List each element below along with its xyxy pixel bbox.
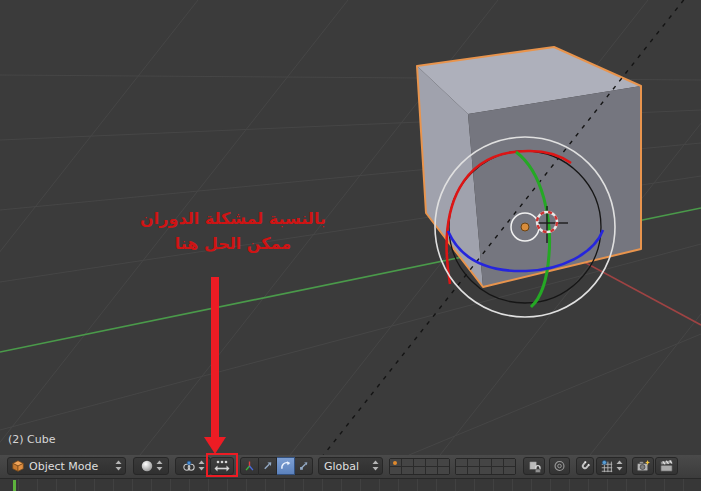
rotate-widget-icon [280, 459, 291, 473]
layers-grid-right [455, 458, 516, 475]
viewport-info-text: (2) Cube [8, 433, 55, 446]
viewport-header: Object Mode [0, 455, 701, 479]
mode-dropdown[interactable]: Object Mode [7, 457, 126, 475]
layer-toggle[interactable] [492, 467, 503, 474]
blender-window: (2) Cube بالنسبة لمشكلة الدوران ممكن الح… [0, 0, 701, 491]
layer-toggle[interactable] [480, 467, 491, 474]
opengl-render-button[interactable] [632, 457, 654, 475]
orientation-dropdown[interactable]: Global [318, 457, 383, 475]
annotation-text: بالنسبة لمشكلة الدوران ممكن الحل هنا [128, 206, 338, 256]
manipulator-widget-group [240, 457, 313, 475]
updown-arrows-icon [616, 460, 623, 472]
updown-arrows-icon [198, 460, 205, 472]
layer-toggle[interactable] [438, 459, 449, 466]
layer-toggle[interactable] [480, 459, 491, 466]
scale-widget-icon [298, 459, 309, 473]
rotate-manipulator-button[interactable] [277, 457, 295, 475]
manipulator-toggle-button[interactable] [210, 457, 234, 475]
mode-dropdown-label: Object Mode [27, 460, 113, 473]
updown-arrows-icon [156, 460, 163, 472]
layer-toggle[interactable] [492, 459, 503, 466]
timeline-strip[interactable] [0, 478, 701, 491]
layer-toggle[interactable] [504, 467, 515, 474]
layer-toggle[interactable] [402, 467, 413, 474]
proportional-edit-button[interactable] [549, 457, 570, 475]
snap-element-dropdown[interactable] [596, 457, 627, 475]
axis-widget-icon [244, 459, 255, 473]
orientation-dropdown-label: Global [322, 460, 370, 473]
updown-arrows-icon [372, 460, 379, 472]
timeline-playhead[interactable] [13, 480, 16, 491]
layer-toggle[interactable] [426, 467, 437, 474]
magnet-snap-icon [580, 459, 590, 473]
layer-toggle[interactable] [402, 459, 413, 466]
lock-icon [527, 459, 541, 473]
opengl-render-anim-icon [659, 459, 674, 473]
viewport-shading-dropdown[interactable] [133, 457, 169, 475]
lock-scene-button[interactable] [523, 457, 545, 475]
layer-toggle[interactable] [414, 459, 425, 466]
3d-viewport[interactable]: (2) Cube بالنسبة لمشكلة الدوران ممكن الح… [0, 0, 701, 455]
opengl-render-camera-icon [636, 459, 650, 473]
layer-toggle[interactable] [414, 467, 425, 474]
snap-toggle-button[interactable] [576, 457, 594, 475]
pivot-point-dropdown[interactable] [175, 457, 211, 475]
manipulator-axis-button[interactable] [240, 457, 259, 475]
layer-toggle[interactable] [456, 459, 467, 466]
scale-manipulator-button[interactable] [295, 457, 313, 475]
viewport-scene [0, 0, 701, 455]
layer-toggle-active[interactable] [390, 459, 401, 466]
layer-toggle[interactable] [504, 459, 515, 466]
layers-grid-left [389, 458, 450, 475]
layer-toggle[interactable] [468, 459, 479, 466]
layer-toggle[interactable] [468, 467, 479, 474]
shading-sphere-icon [140, 459, 154, 473]
updown-arrows-icon [115, 460, 122, 472]
opengl-render-anim-button[interactable] [655, 457, 678, 475]
cube-icon [11, 459, 25, 473]
annotation-line1: بالنسبة لمشكلة الدوران [128, 206, 338, 231]
layer-toggle[interactable] [456, 467, 467, 474]
translate-manipulator-button[interactable] [259, 457, 277, 475]
layer-toggle[interactable] [390, 467, 401, 474]
snap-element-icon [600, 459, 614, 473]
annotation-line2: ممكن الحل هنا [128, 231, 338, 256]
proportional-edit-icon [553, 459, 566, 473]
layer-toggle[interactable] [426, 459, 437, 466]
pivot-point-icon [182, 459, 196, 473]
layer-active-dot [393, 461, 397, 465]
translate-widget-icon [262, 459, 273, 473]
layer-toggle[interactable] [438, 467, 449, 474]
manipulator-toggle-icon [214, 459, 230, 473]
